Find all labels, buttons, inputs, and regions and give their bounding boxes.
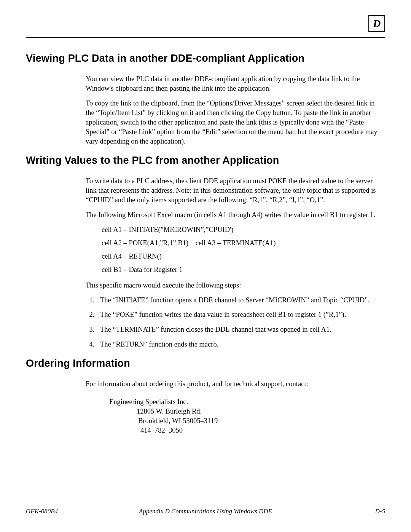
paragraph: To write data to a PLC address, the clie… (86, 176, 378, 205)
footer-doc-id: GFK-080B4 (26, 508, 58, 515)
list-item: The “RETURN” function ends the macro. (96, 340, 378, 349)
page-footer: GFK-080B4 Appendix D Communications Usin… (26, 508, 385, 515)
address-city: Brookfield, WI 53005–3119 (138, 416, 378, 426)
macro-line: cell A4 – RETURN() (102, 252, 378, 261)
footer-appendix-title: Appendix D Communications Using Windows … (26, 508, 385, 515)
heading-ordering-information: Ordering Information (26, 358, 385, 369)
section-writing-values: To write data to a PLC address, the clie… (86, 176, 378, 350)
address-name: Engineering Specialists Inc. (109, 397, 378, 407)
footer-page-number: D-5 (375, 508, 385, 515)
section-viewing-plc-data: You can view the PLC data in another DDE… (86, 74, 378, 146)
macro-block: cell A1 – INITIATE(”MICROWIN”,”CPUID') c… (102, 225, 378, 275)
list-item: The “TERMINATE” function closes the DDE … (96, 325, 378, 334)
list-item: The “POKE” function writes the data valu… (96, 310, 378, 320)
heading-viewing-plc-data: Viewing PLC Data in another DDE-complian… (26, 53, 385, 64)
address-street: 12805 W. Burleigh Rd. (137, 407, 378, 416)
header-rule (26, 37, 385, 38)
page: D Viewing PLC Data in another DDE-compli… (0, 0, 411, 532)
macro-line: cell A2 – POKE(A1,”R,1”,B1) cell A3 – TE… (102, 238, 378, 248)
appendix-letter: D (373, 18, 381, 29)
paragraph: To copy the link to the clipboard, from … (86, 99, 378, 146)
macro-line: cell A1 – INITIATE(”MICROWIN”,”CPUID') (102, 225, 378, 235)
section-ordering-information: For information about ordering this prod… (86, 379, 378, 435)
paragraph: For information about ordering this prod… (86, 379, 378, 389)
paragraph: This specific macro would execute the fo… (86, 281, 378, 290)
appendix-letter-box: D (368, 15, 385, 32)
macro-line: cell B1 – Data for Register 1 (102, 265, 378, 275)
heading-writing-values: Writing Values to the PLC from another A… (26, 155, 385, 166)
contact-address: Engineering Specialists Inc. 12805 W. Bu… (109, 397, 378, 435)
paragraph: You can view the PLC data in another DDE… (86, 74, 378, 93)
list-item: The “INITIATE” function opens a DDE chan… (96, 296, 378, 305)
address-phone: 414–782–3050 (140, 426, 378, 435)
paragraph: The following Microsoft Excel macro (in … (86, 210, 378, 220)
macro-steps-list: The “INITIATE” function opens a DDE chan… (86, 296, 378, 350)
